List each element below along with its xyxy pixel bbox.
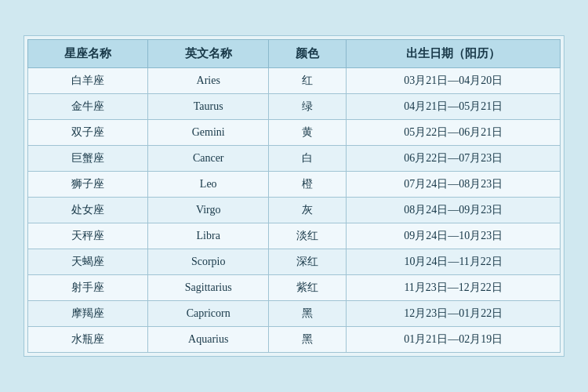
table-row: 金牛座Taurus绿04月21日—05月21日: [28, 94, 561, 120]
cell-chinese-name: 金牛座: [28, 94, 148, 120]
cell-dates: 10月24日—11月22日: [347, 249, 561, 275]
header-chinese-name: 星座名称: [28, 40, 148, 68]
table-header-row: 星座名称 英文名称 颜色 出生日期（阳历）: [28, 40, 561, 68]
zodiac-table-container: 星座名称 英文名称 颜色 出生日期（阳历） 白羊座Aries红03月21日—04…: [24, 35, 564, 357]
table-row: 水瓶座Aquarius黑01月21日—02月19日: [28, 327, 561, 353]
cell-dates: 05月22日—06月21日: [347, 120, 561, 146]
cell-dates: 01月21日—02月19日: [347, 327, 561, 353]
cell-color: 黑: [268, 327, 346, 353]
table-row: 天秤座Libra淡红09月24日—10月23日: [28, 223, 561, 249]
cell-dates: 12月23日—01月22日: [347, 301, 561, 327]
table-body: 白羊座Aries红03月21日—04月20日金牛座Taurus绿04月21日—0…: [28, 68, 561, 353]
cell-dates: 08月24日—09月23日: [347, 198, 561, 223]
cell-english-name: Gemini: [148, 120, 268, 146]
cell-english-name: Scorpio: [148, 249, 268, 275]
cell-color: 红: [268, 68, 346, 94]
cell-english-name: Cancer: [148, 146, 268, 172]
cell-chinese-name: 射手座: [28, 275, 148, 301]
cell-english-name: Aquarius: [148, 327, 268, 353]
cell-dates: 03月21日—04月20日: [347, 68, 561, 94]
table-row: 射手座Sagittarius紫红11月23日—12月22日: [28, 275, 561, 301]
table-row: 白羊座Aries红03月21日—04月20日: [28, 68, 561, 94]
cell-color: 黑: [268, 301, 346, 327]
table-row: 双子座Gemini黄05月22日—06月21日: [28, 120, 561, 146]
cell-english-name: Virgo: [148, 198, 268, 223]
table-row: 巨蟹座Cancer白06月22日—07月23日: [28, 146, 561, 172]
cell-color: 淡红: [268, 223, 346, 249]
cell-english-name: Capricorn: [148, 301, 268, 327]
cell-color: 灰: [268, 198, 346, 223]
cell-color: 深红: [268, 249, 346, 275]
table-row: 摩羯座Capricorn黑12月23日—01月22日: [28, 301, 561, 327]
cell-color: 绿: [268, 94, 346, 120]
cell-english-name: Aries: [148, 68, 268, 94]
cell-color: 橙: [268, 172, 346, 198]
cell-english-name: Leo: [148, 172, 268, 198]
cell-chinese-name: 白羊座: [28, 68, 148, 94]
cell-dates: 04月21日—05月21日: [347, 94, 561, 120]
cell-chinese-name: 巨蟹座: [28, 146, 148, 172]
header-color: 颜色: [268, 40, 346, 68]
cell-color: 白: [268, 146, 346, 172]
table-row: 处女座Virgo灰08月24日—09月23日: [28, 198, 561, 223]
cell-english-name: Libra: [148, 223, 268, 249]
cell-color: 黄: [268, 120, 346, 146]
cell-chinese-name: 天秤座: [28, 223, 148, 249]
header-english-name: 英文名称: [148, 40, 268, 68]
table-row: 狮子座Leo橙07月24日—08月23日: [28, 172, 561, 198]
cell-dates: 09月24日—10月23日: [347, 223, 561, 249]
cell-dates: 07月24日—08月23日: [347, 172, 561, 198]
cell-english-name: Taurus: [148, 94, 268, 120]
cell-chinese-name: 处女座: [28, 198, 148, 223]
zodiac-table: 星座名称 英文名称 颜色 出生日期（阳历） 白羊座Aries红03月21日—04…: [27, 39, 561, 353]
cell-english-name: Sagittarius: [148, 275, 268, 301]
cell-chinese-name: 摩羯座: [28, 301, 148, 327]
cell-dates: 11月23日—12月22日: [347, 275, 561, 301]
cell-color: 紫红: [268, 275, 346, 301]
cell-chinese-name: 天蝎座: [28, 249, 148, 275]
cell-chinese-name: 水瓶座: [28, 327, 148, 353]
header-dates: 出生日期（阳历）: [347, 40, 561, 68]
cell-chinese-name: 双子座: [28, 120, 148, 146]
table-row: 天蝎座Scorpio深红10月24日—11月22日: [28, 249, 561, 275]
cell-chinese-name: 狮子座: [28, 172, 148, 198]
cell-dates: 06月22日—07月23日: [347, 146, 561, 172]
